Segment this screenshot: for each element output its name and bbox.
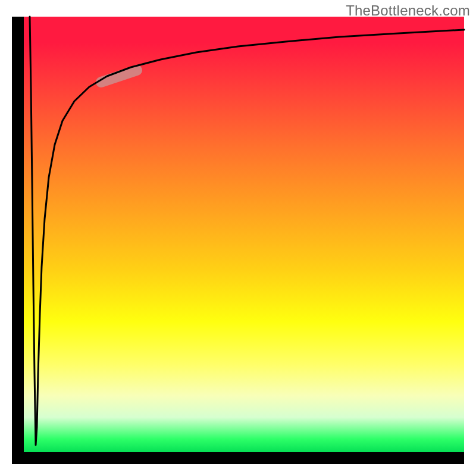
chart-stage: TheBottleneck.com — [0, 0, 476, 476]
axis-bottom-border — [12, 452, 464, 464]
curve-svg — [12, 17, 464, 464]
main-curve — [30, 17, 464, 445]
axis-left-border — [12, 17, 24, 464]
plot-frame — [12, 17, 464, 464]
